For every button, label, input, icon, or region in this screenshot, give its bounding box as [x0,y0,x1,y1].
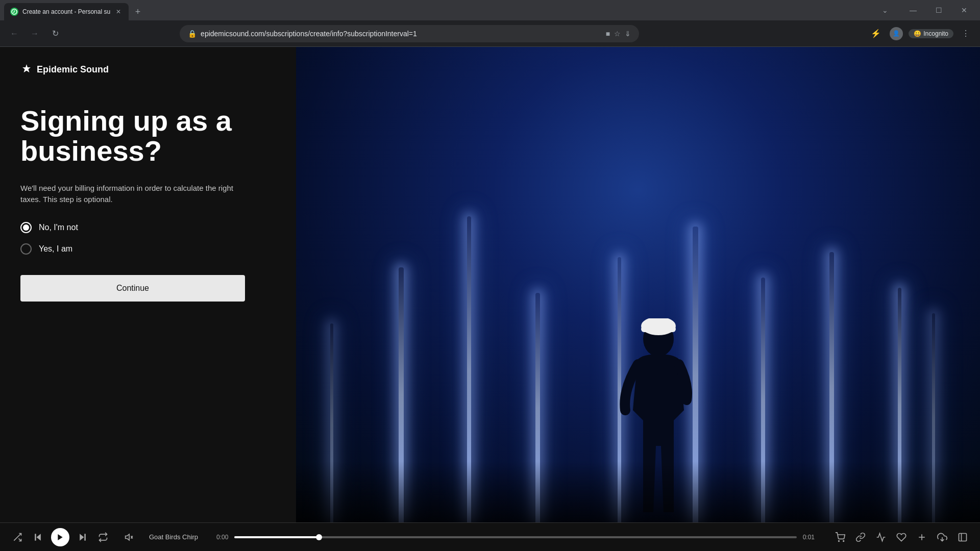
bookmark-icon[interactable]: ☆ [614,30,621,38]
current-time: 0:00 [216,534,228,541]
profile-avatar: 👤 [890,27,903,40]
incognito-icon: 😀 [914,30,921,37]
incognito-label: Incognito [923,30,948,37]
logo-icon [20,63,33,76]
right-panel [296,47,980,522]
next-button[interactable] [76,530,90,544]
logo: Epidemic Sound [20,63,276,76]
player-bar: Goat Birds Chirp 0:00 0:01 [0,522,980,551]
volume-button[interactable] [122,530,137,544]
radio-yes-label: Yes, I am [39,244,72,254]
progress-area: 0:00 0:01 [216,534,815,541]
svg-marker-11 [126,534,130,540]
favorite-button[interactable] [894,530,909,544]
new-tab-button[interactable]: + [131,5,145,19]
menu-button[interactable]: ⋮ [958,26,974,42]
minimize-button[interactable]: — [901,0,925,20]
radio-yes-indicator[interactable] [20,243,32,255]
player-actions [833,530,970,544]
description-text: We'll need your billing information in o… [20,183,235,206]
queue-button[interactable] [955,530,970,544]
no-tracking-icon: ■ [606,30,610,38]
previous-button[interactable] [31,530,45,544]
tab-list-button[interactable]: ⌄ [881,6,889,14]
svg-rect-7 [35,534,36,540]
extensions-button[interactable]: ⚡ [868,26,884,42]
continue-button[interactable]: Continue [20,275,245,302]
profile-button[interactable]: 👤 [888,26,904,42]
reload-button[interactable]: ↻ [47,26,63,42]
svg-point-15 [843,540,844,541]
progress-thumb [316,534,322,540]
repeat-button[interactable] [96,530,110,544]
radio-no-indicator[interactable] [20,222,32,233]
incognito-badge: 😀 Incognito [909,29,953,38]
left-panel: Epidemic Sound Signing up as a business?… [0,47,296,522]
add-to-list-button[interactable] [915,530,929,544]
tab-favicon [10,8,18,16]
lock-icon: 🔒 [188,30,197,38]
total-time: 0:01 [803,534,815,541]
restore-button[interactable]: ☐ [927,0,950,20]
waveform-button[interactable] [874,530,888,544]
active-tab[interactable]: Create an account - Personal su ✕ [4,3,129,20]
download-track-button[interactable] [935,530,949,544]
radio-option-yes[interactable]: Yes, I am [20,243,276,255]
floor-gradient [296,461,980,522]
svg-rect-3 [641,326,676,332]
svg-rect-19 [959,533,967,541]
address-bar[interactable]: 🔒 epidemicsound.com/subscriptions/create… [180,25,639,42]
forward-button[interactable]: → [27,26,43,42]
radio-group: No, I'm not Yes, I am [20,222,276,255]
progress-fill [234,536,318,538]
tab-close-button[interactable]: ✕ [114,8,122,16]
play-button[interactable] [51,528,69,546]
form-area: Signing up as a business? We'll need you… [20,106,276,506]
progress-bar[interactable] [234,536,796,538]
url-text: epidemicsound.com/subscriptions/create/i… [201,30,602,38]
link-button[interactable] [853,530,868,544]
tab-title: Create an account - Personal su [22,8,110,15]
svg-marker-6 [37,534,41,540]
radio-option-no[interactable]: No, I'm not [20,222,276,233]
download-icon[interactable]: ⇓ [625,30,631,38]
track-name: Goat Birds Chirp [149,533,198,541]
radio-no-label: No, I'm not [39,223,78,232]
svg-point-14 [839,540,840,541]
close-button[interactable]: ✕ [952,0,976,20]
cart-button[interactable] [833,530,847,544]
background-image [296,47,980,522]
svg-marker-9 [80,534,84,540]
shuffle-button[interactable] [10,530,24,544]
player-controls [10,528,110,546]
tab-bar: Create an account - Personal su ✕ + ⌄ — … [0,0,980,20]
svg-marker-8 [58,534,62,540]
back-button[interactable]: ← [6,26,22,42]
address-bar-row: ← → ↻ 🔒 epidemicsound.com/subscriptions/… [0,20,980,47]
svg-rect-10 [84,534,86,540]
logo-text: Epidemic Sound [37,64,109,75]
page-heading: Signing up as a business? [20,106,276,166]
